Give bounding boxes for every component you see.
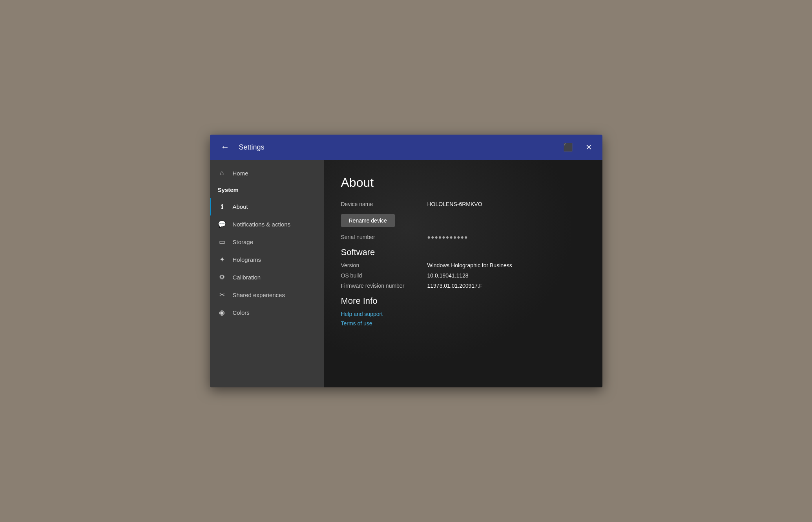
os-build-value: 10.0.19041.1128 xyxy=(427,272,469,279)
sidebar-about-label: About xyxy=(233,203,248,210)
page-title: About xyxy=(341,175,585,190)
firmware-label: Firmware revision number xyxy=(341,283,427,289)
calibration-icon: ⚙ xyxy=(218,273,226,281)
serial-number-value: ●●●●●●●●●●● xyxy=(427,234,468,240)
more-info-title: More Info xyxy=(341,296,585,306)
back-button[interactable]: ← xyxy=(218,139,233,155)
os-build-row: OS build 10.0.19041.1128 xyxy=(341,272,585,279)
terms-of-use-link[interactable]: Terms of use xyxy=(341,320,585,327)
sidebar-storage-label: Storage xyxy=(233,239,254,245)
version-row: Version Windows Holographic for Business xyxy=(341,262,585,268)
rename-device-button[interactable]: Rename device xyxy=(341,214,395,227)
system-section-label: System xyxy=(218,186,239,193)
firmware-value: 11973.01.01.200917.F xyxy=(427,283,483,289)
settings-window: ← Settings ⬛ ✕ ⌂ Home System ℹ About 💬 N… xyxy=(210,135,602,387)
about-icon: ℹ xyxy=(218,203,226,211)
help-support-link[interactable]: Help and support xyxy=(341,311,585,317)
content-area: About Device name HOLOLENS-6RMKVO Rename… xyxy=(324,160,602,387)
os-build-label: OS build xyxy=(341,272,427,279)
sidebar: ⌂ Home System ℹ About 💬 Notifications & … xyxy=(210,160,324,387)
version-value: Windows Holographic for Business xyxy=(427,262,512,268)
sidebar-system-section: System xyxy=(210,182,324,198)
serial-number-row: Serial number ●●●●●●●●●●● xyxy=(341,234,585,240)
sidebar-item-shared[interactable]: ✂ Shared experiences xyxy=(210,286,324,304)
shared-icon: ✂ xyxy=(218,291,226,299)
device-name-row: Device name HOLOLENS-6RMKVO xyxy=(341,201,585,207)
sidebar-item-home[interactable]: ⌂ Home xyxy=(210,164,324,182)
sidebar-colors-label: Colors xyxy=(233,309,250,316)
sidebar-holograms-label: Holograms xyxy=(233,256,261,263)
colors-icon: ◉ xyxy=(218,308,226,317)
firmware-row: Firmware revision number 11973.01.01.200… xyxy=(341,283,585,289)
close-button[interactable]: ✕ xyxy=(583,140,595,154)
window-title: Settings xyxy=(239,143,561,151)
sidebar-item-storage[interactable]: ▭ Storage xyxy=(210,233,324,251)
sidebar-item-holograms[interactable]: ✦ Holograms xyxy=(210,251,324,268)
serial-number-label: Serial number xyxy=(341,234,427,240)
version-label: Version xyxy=(341,262,427,268)
notifications-icon: 💬 xyxy=(218,220,226,228)
sidebar-home-label: Home xyxy=(233,170,248,177)
device-name-value: HOLOLENS-6RMKVO xyxy=(427,201,482,207)
home-icon: ⌂ xyxy=(218,169,226,177)
sidebar-shared-label: Shared experiences xyxy=(233,292,285,298)
software-section-title: Software xyxy=(341,247,585,257)
sidebar-item-calibration[interactable]: ⚙ Calibration xyxy=(210,268,324,286)
sidebar-notifications-label: Notifications & actions xyxy=(233,221,291,228)
holograms-icon: ✦ xyxy=(218,256,226,264)
sidebar-item-notifications[interactable]: 💬 Notifications & actions xyxy=(210,215,324,233)
storage-icon: ▭ xyxy=(218,238,226,246)
device-name-label: Device name xyxy=(341,201,427,207)
window-controls: ⬛ ✕ xyxy=(561,140,595,154)
window-snap-button[interactable]: ⬛ xyxy=(561,140,575,154)
title-bar: ← Settings ⬛ ✕ xyxy=(210,135,602,160)
main-content: ⌂ Home System ℹ About 💬 Notifications & … xyxy=(210,160,602,387)
sidebar-calibration-label: Calibration xyxy=(233,274,261,281)
sidebar-item-colors[interactable]: ◉ Colors xyxy=(210,304,324,321)
sidebar-item-about[interactable]: ℹ About xyxy=(210,198,324,215)
